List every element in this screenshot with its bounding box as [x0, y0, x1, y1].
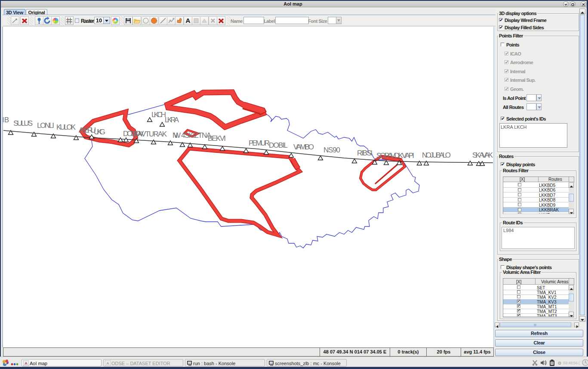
svg-text:SKAVAK: SKAVAK [472, 151, 493, 159]
svg-text:DOBIL: DOBIL [269, 141, 288, 149]
svg-text:KULOK: KULOK [56, 123, 76, 131]
svg-text:NW: NW [172, 131, 181, 140]
svg-text:VAMBO: VAMBO [293, 143, 314, 151]
svg-text:SOPAVDKVAPI: SOPAVDKVAPI [376, 152, 414, 160]
svg-text:UKG: UKG [94, 128, 105, 136]
svg-text:SULUS: SULUS [13, 119, 33, 127]
svg-text:LONLI: LONLI [37, 121, 54, 130]
svg-text:LKRA: LKRA [165, 116, 179, 124]
svg-text:4SKIZTNA: 4SKIZTNA [181, 131, 212, 140]
svg-text:ABERU: ABERU [79, 126, 96, 134]
svg-text:NOJUBALO: NOJUBALO [422, 151, 451, 159]
svg-text:RIBSI: RIBSI [357, 149, 373, 157]
svg-text:BEKVI: BEKVI [208, 134, 226, 143]
svg-text:IB: IB [3, 116, 9, 124]
svg-text:PEMUR: PEMUR [249, 139, 270, 147]
svg-text:NS90: NS90 [323, 146, 340, 154]
svg-text:LKCH: LKCH [151, 111, 166, 119]
svg-text:BAVTURAK: BAVTURAK [133, 130, 167, 138]
svg-text:A: A [106, 361, 109, 366]
svg-text:A: A [186, 17, 191, 24]
svg-text:A: A [25, 361, 28, 366]
